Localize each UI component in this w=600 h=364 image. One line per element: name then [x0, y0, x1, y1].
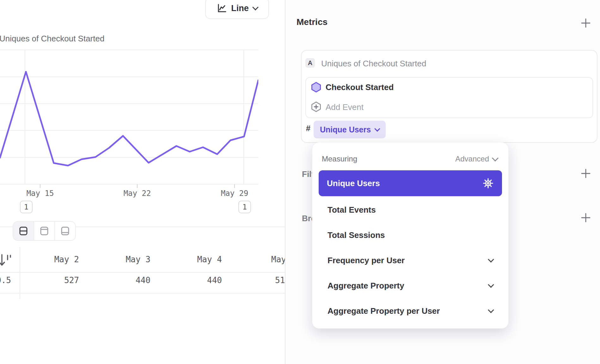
- option-label: Aggregate Property: [328, 281, 489, 291]
- metric-title: Uniques of Checkout Started: [321, 59, 426, 69]
- chevron-down-icon: [252, 4, 259, 10]
- metric-badge: A: [305, 58, 315, 68]
- x-axis-label: May 15: [27, 189, 54, 198]
- option-label: Total Sessions: [328, 230, 493, 240]
- add-metric-plus-icon[interactable]: [580, 18, 591, 28]
- count-symbol: #: [306, 124, 310, 133]
- option-label: Aggregate Property per User: [328, 306, 489, 316]
- annotation-badge[interactable]: 1: [20, 201, 33, 213]
- measuring-option-total-sessions[interactable]: Total Sessions: [319, 222, 502, 248]
- split-rows-icon: [18, 226, 29, 236]
- add-filter-plus-icon[interactable]: [580, 168, 591, 179]
- x-axis-ticks: [40, 184, 235, 188]
- measuring-option-total-events[interactable]: Total Events: [319, 197, 502, 222]
- measuring-option-aggregate-property-per-user[interactable]: Aggregate Property per User: [319, 298, 502, 324]
- annotation-badge[interactable]: 1: [238, 201, 251, 213]
- chevron-down-icon: [488, 256, 494, 263]
- option-label: Frequency per User: [328, 256, 489, 265]
- metric-card[interactable]: A Uniques of Checkout Started Checkout S…: [301, 50, 597, 143]
- bottom-row-icon: [60, 226, 70, 236]
- measuring-option-frequency-per-user[interactable]: Frequency per User: [319, 248, 502, 273]
- event-name[interactable]: Checkout Started: [326, 82, 394, 92]
- chevron-down-icon: [488, 307, 494, 313]
- layout-split-button[interactable]: [13, 222, 34, 240]
- chevron-down-icon: [374, 126, 380, 131]
- add-event-hexagon-plus-icon[interactable]: [310, 101, 322, 112]
- measuring-header: Measuring: [322, 155, 357, 163]
- advanced-mode-label: Advanced: [455, 155, 489, 163]
- table-column-header[interactable]: May 4: [162, 255, 234, 264]
- gear-icon[interactable]: [482, 178, 494, 189]
- chart-title: Uniques of Checkout Started: [0, 34, 104, 44]
- chevron-down-icon: [492, 155, 499, 161]
- table-row-label: 0.5: [0, 276, 11, 285]
- event-card: Checkout Started Add Event: [305, 77, 593, 118]
- metrics-section-title: Metrics: [297, 17, 328, 27]
- table-cell[interactable]: 440: [91, 276, 162, 285]
- x-axis-label: May 29: [221, 189, 248, 198]
- sort-descending-icon[interactable]: [0, 253, 13, 268]
- layout-table-only-button[interactable]: [55, 222, 75, 240]
- table-column-header[interactable]: May: [271, 255, 286, 264]
- table-column-header[interactable]: May 2: [20, 255, 91, 264]
- table-column-header[interactable]: May 3: [91, 255, 162, 264]
- chart-type-label: Line: [231, 3, 249, 13]
- option-label: Total Events: [328, 205, 493, 215]
- trend-line[interactable]: [0, 72, 258, 166]
- selected-option-label: Unique Users: [327, 179, 482, 188]
- measuring-dropdown: Measuring Advanced Unique Users: [312, 142, 509, 329]
- chart-type-dropdown-button[interactable]: Line: [205, 0, 269, 19]
- add-breakdown-plus-icon[interactable]: [580, 212, 591, 223]
- table-cell[interactable]: 440: [162, 276, 234, 285]
- line-chart: [0, 49, 258, 189]
- x-axis-label: May 22: [124, 189, 151, 198]
- table-cell[interactable]: 527: [20, 276, 91, 285]
- top-row-icon: [39, 226, 50, 236]
- table-row-divider: [0, 293, 285, 294]
- table-column-divider: [20, 247, 20, 299]
- gridlines: [0, 50, 258, 184]
- advanced-mode-toggle[interactable]: Advanced: [455, 155, 498, 163]
- measuring-option-unique-users[interactable]: Unique Users: [319, 170, 502, 196]
- layout-chart-only-button[interactable]: [34, 222, 55, 240]
- add-event-label[interactable]: Add Event: [326, 102, 364, 112]
- report-view: Line Uniques of Checkout Started May 15 …: [0, 0, 600, 364]
- event-hexagon-icon: [310, 82, 322, 93]
- table-header-divider: [0, 272, 285, 273]
- line-chart-icon: [217, 3, 227, 13]
- layout-toggle-group: [13, 221, 76, 241]
- measurement-chip-label: Unique Users: [320, 125, 371, 134]
- table-cell[interactable]: 51: [275, 276, 285, 285]
- measurement-chip[interactable]: Unique Users: [314, 121, 386, 138]
- measuring-option-aggregate-property[interactable]: Aggregate Property: [319, 273, 502, 298]
- chevron-down-icon: [488, 282, 494, 288]
- panel-divider: [285, 0, 285, 364]
